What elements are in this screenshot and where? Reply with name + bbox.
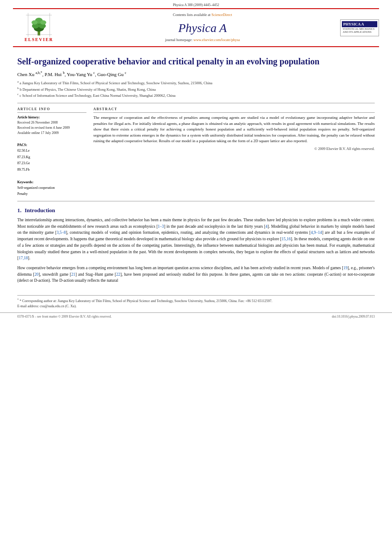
physica-logo-top: PHYSICA A [342,21,377,28]
abstract-copyright: © 2009 Elsevier B.V. All rights reserved… [93,146,375,152]
affiliation-c: c c School of Information Science and Te… [17,92,375,99]
email-note: E-mail address: cxu@suda.edu.cn (C. Xu). [17,304,375,309]
physica-logo-box: PHYSICA A STATISTICAL MECHANICS AND ITS … [340,19,379,36]
available-date: Available online 17 July 2009 [17,131,86,136]
abstract-header: ABSTRACT [93,107,375,113]
article-info-column: ARTICLE INFO Article history: Received 2… [17,107,86,197]
info-abstract-columns: ARTICLE INFO Article history: Received 2… [17,107,375,197]
footnote-divider [17,295,375,296]
pacs-label: PACS: [17,143,86,147]
keyword-2: Penalty [17,191,86,197]
pacs-1: 02.50.Le [17,148,86,154]
footer-left: 0378-4371/$ – see front matter © 2009 El… [17,315,112,319]
journal-ref-line: Physica A 388 (2009) 4445–4452 [0,0,392,8]
sciencedirect-line: Contents lists available at ScienceDirec… [65,13,340,18]
elsevier-logo: ELSEVIER [13,13,65,43]
svg-point-6 [32,20,38,25]
affiliations: a a Jiangsu Key Laboratory of Thin Films… [17,80,375,99]
affiliation-b: b b Department of Physics, The Chinese U… [17,86,375,92]
pacs-4: 89.75.Fb [17,167,86,173]
authors-line: Chen Xu a,b,*, P.M. Hui b, You-Yang Yu c… [17,70,375,78]
journal-center: Contents lists available at ScienceDirec… [65,13,340,43]
content-divider [17,201,375,201]
abstract-text: The emergence of cooperation and the eff… [93,115,375,144]
history-label: Article history: [17,115,86,120]
tree-icon [26,13,52,37]
footer-doi: doi:10.1016/j.physa.2009.07.013 [332,315,375,319]
journal-ref: Physica A 388 (2009) 4445–4452 [173,3,219,7]
abstract-column: ABSTRACT The emergence of cooperation an… [93,107,375,197]
keywords-list: Self-organized cooperation Penalty [17,185,86,197]
physica-logo-sub: STATISTICAL MECHANICS AND ITS APPLICATIO… [342,27,377,34]
footnote-area: * * Corresponding author at: Jiangsu Key… [0,297,392,309]
article-title: Self-organized cooperative behavior and … [17,56,375,67]
section-divider [17,103,375,103]
svg-point-7 [40,20,46,25]
pacs-3: 87.23.Ge [17,160,86,166]
main-content: Self-organized cooperative behavior and … [0,47,392,292]
intro-paragraph-1: The interrelationship among interactions… [17,217,375,261]
header-banner: ELSEVIER Contents lists available at Sci… [13,8,379,47]
pacs-list: 02.50.Le 87.23.Kg 87.23.Ge 89.75.Fb [17,148,86,173]
received-date: Received 26 November 2008 [17,120,86,125]
section-number: 1. [17,207,22,213]
intro-paragraph-2: How cooperative behavior emerges from a … [17,265,375,284]
introduction-heading: 1. Introduction [17,207,375,214]
corresponding-author-note: * * Corresponding author at: Jiangsu Key… [17,297,375,304]
section-title-text: Introduction [25,207,55,213]
article-info-header: ARTICLE INFO [17,107,86,113]
keywords-label: Keywords: [17,180,86,185]
footer-bar: 0378-4371/$ – see front matter © 2009 El… [0,312,392,321]
page: Physica A 388 (2009) 4445–4452 [0,0,392,535]
pacs-2: 87.23.Kg [17,154,86,160]
journal-title: Physica A [65,19,340,36]
keyword-1: Self-organized cooperation [17,185,86,191]
sciencedirect-link[interactable]: ScienceDirect [211,13,232,17]
elsevier-text: ELSEVIER [25,37,54,43]
journal-homepage: journal homepage: www.elsevier.com/locat… [65,38,340,43]
homepage-link[interactable]: www.elsevier.com/locate/physa [194,38,240,42]
affiliation-a: a a Jiangsu Key Laboratory of Thin Films… [17,80,375,86]
revised-date: Received in revised form 4 June 2009 [17,125,86,131]
